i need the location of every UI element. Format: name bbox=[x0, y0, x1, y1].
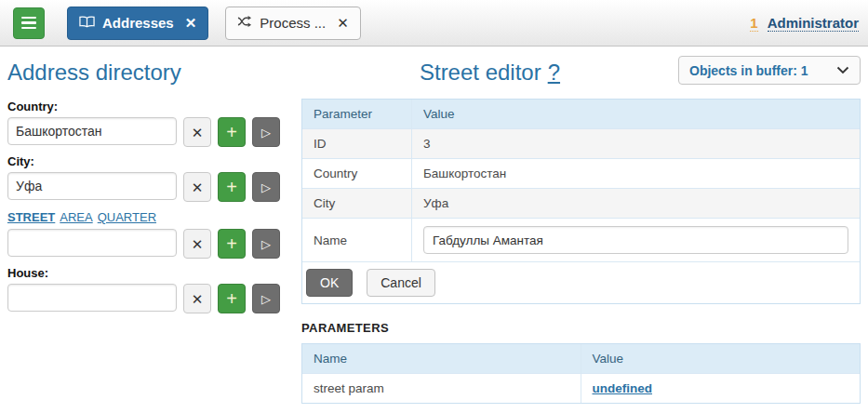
house-label: House: bbox=[7, 265, 288, 281]
street-input[interactable] bbox=[7, 229, 177, 257]
street-add-button[interactable]: + bbox=[218, 229, 246, 259]
cancel-button[interactable]: Cancel bbox=[367, 269, 435, 297]
close-icon[interactable]: ✕ bbox=[337, 15, 349, 32]
row-name-param: Name bbox=[302, 219, 412, 261]
street-editor-panel: Street editor? Objects in buffer: 1 Para… bbox=[301, 47, 861, 404]
country-row: ✕ + ▷ bbox=[7, 117, 288, 147]
table-row: Country Башкортостан bbox=[302, 158, 860, 188]
street-clear-button[interactable]: ✕ bbox=[183, 229, 211, 259]
editor-header: Street editor? Objects in buffer: 1 bbox=[301, 56, 861, 86]
city-input[interactable] bbox=[7, 172, 177, 200]
tab-process[interactable]: Process ... ✕ bbox=[225, 7, 360, 40]
area-link[interactable]: AREA bbox=[60, 210, 92, 224]
header-value: Value bbox=[412, 100, 860, 128]
address-directory-panel: Address directory Country: ✕ + ▷ City: ✕… bbox=[7, 47, 288, 404]
shuffle-icon bbox=[237, 15, 252, 31]
country-input[interactable] bbox=[7, 117, 177, 145]
name-input[interactable] bbox=[423, 226, 848, 254]
tab-addresses-label: Addresses bbox=[102, 15, 174, 31]
editor-title-wrap: Street editor? bbox=[301, 56, 678, 86]
open-book-icon bbox=[79, 15, 95, 31]
country-run-button[interactable]: ▷ bbox=[252, 117, 280, 147]
city-run-button[interactable]: ▷ bbox=[252, 172, 280, 202]
country-clear-button[interactable]: ✕ bbox=[183, 117, 211, 147]
house-clear-button[interactable]: ✕ bbox=[183, 284, 211, 313]
page-title: Address directory bbox=[7, 60, 288, 86]
notification-count-link[interactable]: 1 bbox=[750, 15, 757, 32]
street-run-button[interactable]: ▷ bbox=[252, 229, 280, 259]
row-city-value: Уфа bbox=[412, 189, 860, 218]
country-add-button[interactable]: + bbox=[218, 117, 246, 147]
city-row: ✕ + ▷ bbox=[7, 172, 288, 202]
header-parameter: Parameter bbox=[302, 100, 412, 128]
street-editor-table: Parameter Value ID 3 Country Башкортоста… bbox=[301, 99, 861, 304]
editor-title: Street editor bbox=[420, 60, 541, 85]
parameters-title: PARAMETERS bbox=[301, 321, 861, 335]
country-label: Country: bbox=[7, 99, 288, 114]
table-row: City Уфа bbox=[302, 188, 860, 218]
street-type-links: STREETAREAQUARTER bbox=[7, 209, 288, 225]
user-link[interactable]: Administrator bbox=[768, 15, 859, 32]
house-run-button[interactable]: ▷ bbox=[252, 284, 280, 313]
row-city-param: City bbox=[302, 189, 412, 218]
quarter-link[interactable]: QUARTER bbox=[98, 210, 156, 224]
row-id-param: ID bbox=[302, 129, 412, 158]
help-link[interactable]: ? bbox=[548, 60, 560, 85]
tab-process-label: Process ... bbox=[260, 15, 326, 31]
street-link[interactable]: STREET bbox=[7, 210, 55, 224]
table-row-name: Name bbox=[302, 218, 860, 261]
main-content: Address directory Country: ✕ + ▷ City: ✕… bbox=[0, 47, 868, 404]
city-add-button[interactable]: + bbox=[218, 172, 246, 202]
city-label: City: bbox=[7, 153, 288, 169]
params-header-row: Name Value bbox=[302, 344, 860, 373]
params-header-name: Name bbox=[302, 344, 581, 373]
params-header-value: Value bbox=[581, 344, 861, 373]
user-area: 1 Administrator bbox=[750, 15, 859, 32]
table-header-row: Parameter Value bbox=[302, 100, 860, 128]
row-id-value: 3 bbox=[412, 129, 860, 158]
top-bar: Addresses ✕ Process ... ✕ 1 Administrato… bbox=[0, 0, 868, 47]
table-row: ID 3 bbox=[302, 128, 860, 158]
hamburger-menu-button[interactable] bbox=[13, 7, 45, 39]
row-country-param: Country bbox=[302, 159, 412, 188]
parameters-table: Name Value street param undefined bbox=[301, 343, 861, 404]
param-value-link[interactable]: undefined bbox=[593, 381, 653, 395]
city-clear-button[interactable]: ✕ bbox=[183, 172, 211, 202]
objects-in-buffer-dropdown[interactable]: Objects in buffer: 1 bbox=[678, 56, 861, 85]
chevron-down-icon bbox=[836, 66, 849, 74]
tab-addresses[interactable]: Addresses ✕ bbox=[67, 7, 208, 40]
param-name: street param bbox=[302, 374, 581, 403]
house-row: ✕ + ▷ bbox=[7, 284, 288, 313]
house-input[interactable] bbox=[7, 284, 177, 312]
hamburger-icon bbox=[21, 17, 36, 20]
close-icon[interactable]: ✕ bbox=[185, 15, 197, 32]
ok-button[interactable]: OK bbox=[306, 269, 353, 297]
editor-actions: OK Cancel bbox=[302, 261, 860, 303]
house-add-button[interactable]: + bbox=[218, 284, 246, 313]
street-row: ✕ + ▷ bbox=[7, 229, 288, 259]
row-country-value: Башкортостан bbox=[412, 159, 860, 188]
params-row: street param undefined bbox=[302, 373, 860, 403]
buffer-dropdown-label: Objects in buffer: 1 bbox=[689, 63, 808, 78]
